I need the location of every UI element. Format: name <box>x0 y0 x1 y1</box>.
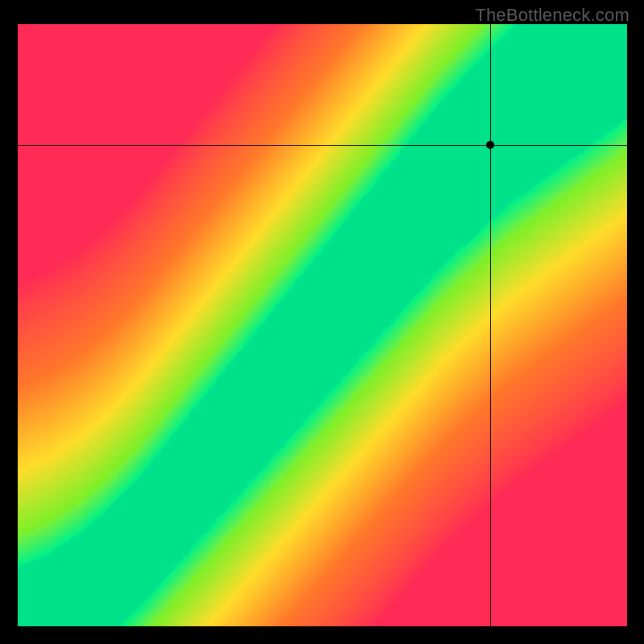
watermark-text: TheBottleneck.com <box>475 5 630 26</box>
crosshair-vertical <box>490 24 491 626</box>
crosshair-horizontal <box>18 145 627 146</box>
heatmap-plot-area <box>18 24 627 626</box>
marker-point <box>486 141 494 149</box>
heatmap-canvas <box>18 24 627 626</box>
chart-container: TheBottleneck.com <box>0 0 644 644</box>
